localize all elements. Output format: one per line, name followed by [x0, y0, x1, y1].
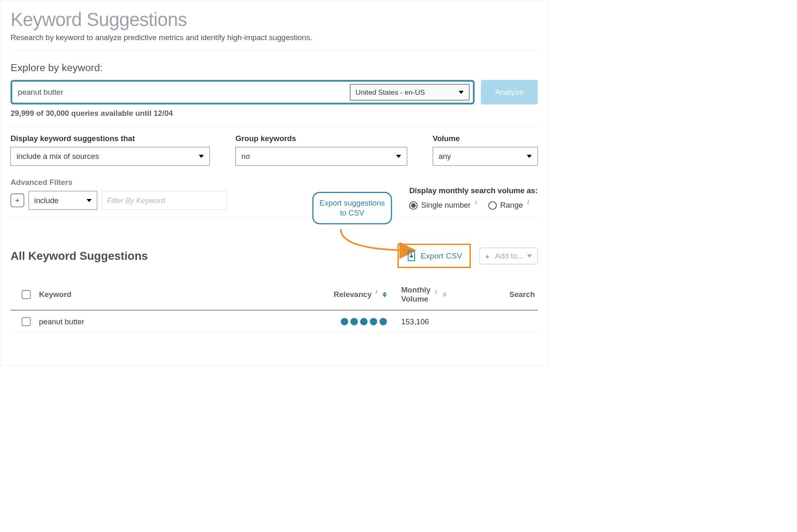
add-to-label: Add to...: [495, 252, 523, 260]
keyword-search-container: United States - en-US: [10, 80, 474, 104]
display-suggestions-select[interactable]: include a mix of sources: [10, 147, 210, 165]
volume-header-label: MonthlyVolume: [401, 286, 430, 304]
group-keywords-label: Group keywords: [235, 134, 407, 143]
volume-label: Volume: [432, 134, 538, 143]
info-icon[interactable]: i: [528, 199, 529, 206]
page-title: Keyword Suggestions: [10, 9, 538, 30]
divider: [10, 126, 538, 126]
col-header-keyword[interactable]: Keyword: [39, 290, 301, 299]
row-checkbox[interactable]: [22, 317, 31, 326]
plus-icon: +: [485, 253, 492, 259]
sort-icon[interactable]: [382, 292, 387, 297]
locale-value: United States - en-US: [355, 88, 425, 96]
query-quota: 29,999 of 30,000 queries available until…: [10, 109, 538, 118]
group-keywords-value: no: [241, 152, 250, 161]
table-row: peanut butter 153,106: [10, 311, 538, 333]
sort-icon[interactable]: [442, 292, 447, 297]
include-exclude-select[interactable]: include: [29, 191, 97, 210]
advanced-filters-label: Advanced Filters: [10, 178, 227, 187]
chevron-down-icon: [527, 155, 532, 158]
locale-select[interactable]: United States - en-US: [350, 84, 470, 101]
include-value: include: [34, 196, 59, 205]
info-icon[interactable]: i: [376, 288, 377, 295]
volume-select[interactable]: any: [432, 147, 538, 165]
table-header-row: Keyword Relevancy i MonthlyVolume i Sear…: [10, 280, 538, 311]
keyword-input[interactable]: [18, 88, 346, 96]
add-to-button[interactable]: + Add to...: [480, 247, 538, 264]
results-title: All Keyword Suggestions: [10, 249, 148, 262]
select-all-checkbox[interactable]: [22, 290, 31, 299]
display-suggestions-value: include a mix of sources: [17, 152, 99, 161]
explore-label: Explore by keyword:: [10, 62, 538, 74]
display-suggestions-label: Display keyword suggestions that: [10, 134, 210, 143]
volume-as-label: Display monthly search volume as:: [409, 187, 538, 195]
results-table: Keyword Relevancy i MonthlyVolume i Sear…: [10, 280, 538, 333]
add-filter-button[interactable]: +: [10, 194, 24, 207]
filter-by-keyword-input[interactable]: [102, 191, 227, 210]
col-header-search[interactable]: Search: [484, 290, 535, 299]
chevron-down-icon: [459, 91, 463, 94]
analyze-button[interactable]: Analyze: [481, 80, 538, 104]
volume-as-range-radio[interactable]: Range i: [488, 201, 529, 210]
radio-icon: [488, 201, 497, 210]
row-relevancy: [302, 318, 387, 326]
chevron-down-icon: [527, 254, 532, 258]
chevron-down-icon: [199, 155, 204, 158]
volume-value: any: [439, 152, 451, 161]
chevron-down-icon: [396, 155, 401, 158]
relevancy-header-label: Relevancy: [334, 290, 372, 299]
group-keywords-select[interactable]: no: [235, 147, 407, 165]
row-volume: 153,106: [387, 317, 484, 326]
export-csv-label: Export CSV: [420, 252, 462, 261]
volume-as-range-label: Range: [500, 201, 523, 210]
relevancy-dots: [341, 318, 387, 326]
chevron-down-icon: [86, 199, 91, 202]
download-icon: [406, 250, 417, 262]
export-csv-button[interactable]: Export CSV: [398, 244, 471, 268]
col-header-volume[interactable]: MonthlyVolume i: [387, 286, 484, 304]
info-icon[interactable]: i: [475, 199, 477, 206]
plus-icon: +: [15, 196, 19, 205]
divider: [10, 50, 538, 50]
info-icon[interactable]: i: [435, 288, 437, 295]
col-header-relevancy[interactable]: Relevancy i: [302, 290, 387, 299]
export-callout: Export suggestions to CSV: [312, 192, 392, 225]
radio-icon: [409, 201, 418, 210]
volume-as-single-radio[interactable]: Single number i: [409, 201, 477, 210]
row-keyword: peanut butter: [39, 317, 301, 326]
page-subtitle: Research by keyword to analyze predictiv…: [10, 33, 538, 42]
divider: [10, 218, 538, 218]
volume-as-single-label: Single number: [421, 201, 471, 210]
